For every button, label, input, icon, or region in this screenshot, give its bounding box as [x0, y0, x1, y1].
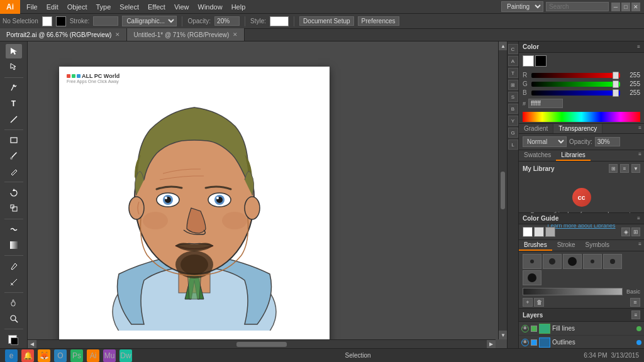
taskbar-ps-icon[interactable]: Ps: [70, 349, 83, 362]
lib-panel-expand[interactable]: ≡: [636, 150, 644, 161]
red-slider-thumb[interactable]: [613, 72, 619, 79]
eyedropper-tool[interactable]: [6, 259, 22, 273]
rotate-tool[interactable]: [6, 185, 22, 200]
lib-menu-icon[interactable]: ▼: [631, 164, 640, 173]
cg-swatch-light[interactable]: [534, 227, 544, 237]
cg-swatch-white[interactable]: [523, 227, 533, 237]
lib-grid-icon[interactable]: ⊞: [609, 164, 618, 173]
stroke-input[interactable]: [93, 16, 118, 26]
brush-item-6[interactable]: [523, 270, 541, 285]
transparency-tab[interactable]: Transparency: [553, 124, 602, 133]
menu-view[interactable]: View: [170, 2, 193, 12]
workspace-select[interactable]: Painting: [501, 1, 543, 12]
measure-tool[interactable]: [6, 275, 22, 289]
menu-window[interactable]: Window: [194, 2, 226, 12]
layer-row-1[interactable]: 👁 Outlines: [519, 336, 644, 348]
brush-item-3[interactable]: [563, 254, 582, 269]
cg-btn-1[interactable]: ◈: [621, 228, 630, 236]
color-guide-header[interactable]: Color Guide ≡: [519, 213, 644, 224]
tab-untitled[interactable]: Untitled-1* @ 71% (RGB/Preview) ✕: [127, 28, 245, 41]
gt-panel-expand[interactable]: ≡: [636, 124, 644, 133]
swatches-tab[interactable]: Swatches: [519, 150, 556, 161]
taskbar-muse-icon[interactable]: Mu: [103, 349, 116, 362]
brush-item-4[interactable]: [583, 254, 602, 269]
horizontal-scrollbar[interactable]: ◀ ▶: [28, 339, 496, 348]
brush-dropdown[interactable]: Calligraphic...: [122, 16, 177, 26]
brush-item-1[interactable]: [523, 254, 541, 269]
layer-eye-1[interactable]: 👁: [521, 339, 529, 346]
doc-setup-button[interactable]: Document Setup: [299, 16, 354, 26]
gradient-tab[interactable]: Gradient: [519, 124, 553, 133]
cg-btn-2[interactable]: ⊞: [631, 228, 640, 236]
scroll-thumb-vertical[interactable]: [501, 172, 505, 209]
lib-list-icon[interactable]: ≡: [620, 164, 629, 173]
opacity-input[interactable]: [214, 16, 240, 26]
minimize-button[interactable]: ─: [611, 3, 620, 11]
layers-options-btn[interactable]: ≡: [631, 310, 640, 319]
blend-mode-select[interactable]: Normal: [523, 136, 567, 147]
warp-tool[interactable]: [6, 222, 22, 237]
direct-selection-tool[interactable]: [6, 60, 22, 74]
scale-tool[interactable]: [6, 201, 22, 216]
pencil-tool[interactable]: [6, 164, 22, 178]
close-button[interactable]: ✕: [631, 3, 640, 11]
panel-icon-color[interactable]: C: [508, 44, 518, 54]
blue-slider-thumb[interactable]: [613, 89, 619, 97]
hand-tool[interactable]: [6, 296, 22, 310]
color-spectrum[interactable]: [523, 112, 640, 122]
gradient-tool[interactable]: [6, 238, 22, 253]
hex-input[interactable]: [528, 99, 563, 108]
maximize-button[interactable]: □: [621, 3, 630, 11]
panel-icon-transform[interactable]: T: [508, 68, 518, 78]
fill-swatch[interactable]: [42, 16, 52, 26]
pen-tool[interactable]: [6, 81, 22, 96]
symbols-tab[interactable]: Symbols: [580, 240, 614, 251]
style-swatch[interactable]: [270, 16, 289, 26]
menu-file[interactable]: File: [23, 2, 42, 12]
taskbar-dw-icon[interactable]: Dw: [119, 349, 132, 362]
search-input[interactable]: [546, 2, 609, 11]
menu-object[interactable]: Object: [64, 2, 91, 12]
panel-icon-brushes[interactable]: B: [508, 104, 518, 114]
taskbar-icon-2[interactable]: 🔔: [21, 349, 34, 362]
type-tool[interactable]: T: [6, 96, 22, 111]
color-swatch-area[interactable]: [6, 332, 22, 348]
cg-swatch-mid[interactable]: [545, 227, 555, 237]
panel-icon-align[interactable]: ⊞: [508, 80, 518, 90]
white-swatch[interactable]: [523, 55, 534, 67]
stroke-swatch[interactable]: [56, 16, 66, 26]
green-slider-track[interactable]: [531, 82, 620, 87]
layer-eye-0[interactable]: 👁: [521, 325, 529, 332]
panel-icon-swatches[interactable]: S: [508, 92, 518, 102]
scroll-thumb-horizontal[interactable]: [236, 342, 287, 347]
rectangle-tool[interactable]: [6, 133, 22, 148]
line-tool[interactable]: [6, 112, 22, 126]
selection-tool[interactable]: [6, 44, 22, 58]
menu-edit[interactable]: Edit: [43, 2, 62, 12]
color-guide-expand[interactable]: ≡: [637, 216, 640, 221]
menu-select[interactable]: Select: [116, 2, 143, 12]
panel-icon-graphic-styles[interactable]: G: [508, 128, 518, 138]
layer-row-0[interactable]: 👁 Fill lines: [519, 322, 644, 336]
brush-delete-btn[interactable]: 🗑: [534, 298, 544, 307]
taskbar-firefox-icon[interactable]: 🦊: [38, 349, 50, 362]
blue-slider-track[interactable]: [531, 90, 620, 96]
menu-type[interactable]: Type: [92, 2, 115, 12]
stroke-tab[interactable]: Stroke: [552, 240, 580, 251]
brush-options-btn[interactable]: ≡: [630, 298, 640, 307]
brushes-tab[interactable]: Brushes: [519, 240, 552, 251]
color-panel-header[interactable]: Color ≡: [519, 41, 644, 53]
brush-item-5[interactable]: [603, 254, 622, 269]
tab-untitled-close[interactable]: ✕: [233, 31, 238, 38]
zoom-tool[interactable]: [6, 312, 22, 326]
brushes-panel-expand[interactable]: ≡: [636, 240, 644, 251]
panel-icon-layers[interactable]: L: [508, 140, 518, 150]
scroll-right-arrow[interactable]: ▶: [487, 340, 496, 349]
scroll-down-arrow[interactable]: ▼: [499, 331, 507, 339]
taskbar-ai-icon[interactable]: Ai: [87, 349, 99, 362]
taskbar-outlook-icon[interactable]: O: [54, 349, 67, 362]
canvas-area[interactable]: ALL PC ALL PC WorldWorld Free Apps One C…: [28, 41, 507, 348]
tab-portrait[interactable]: Portrait2.ai @ 66.67% (RGB/Preview) ✕: [0, 28, 127, 41]
black-swatch[interactable]: [535, 55, 547, 67]
brush-new-btn[interactable]: +: [523, 298, 533, 307]
